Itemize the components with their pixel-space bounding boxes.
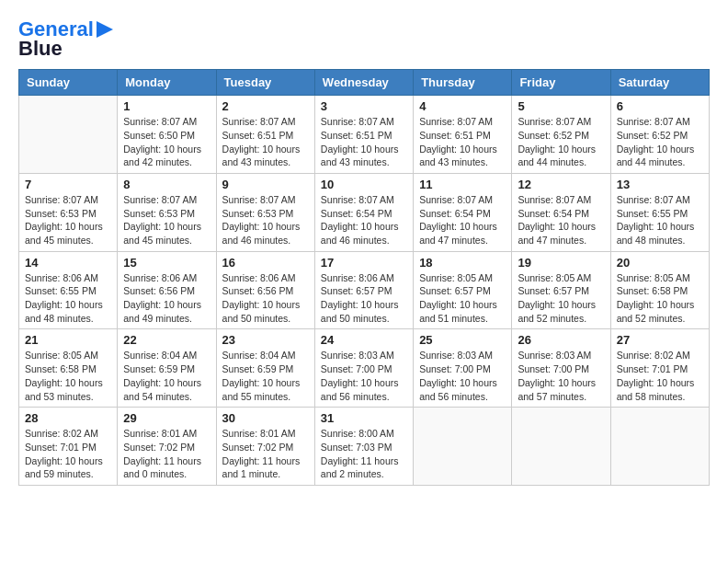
day-number: 27 — [617, 333, 703, 347]
calendar-cell: 12Sunrise: 8:07 AM Sunset: 6:54 PM Dayli… — [512, 173, 610, 251]
calendar-cell: 11Sunrise: 8:07 AM Sunset: 6:54 PM Dayli… — [414, 173, 512, 251]
calendar-cell: 6Sunrise: 8:07 AM Sunset: 6:52 PM Daylig… — [610, 96, 709, 174]
calendar-cell: 1Sunrise: 8:07 AM Sunset: 6:50 PM Daylig… — [118, 96, 216, 174]
day-number: 7 — [25, 178, 111, 191]
calendar-cell — [414, 408, 512, 486]
day-info: Sunrise: 8:05 AM Sunset: 6:57 PM Dayligh… — [518, 271, 604, 326]
day-info: Sunrise: 8:06 AM Sunset: 6:55 PM Dayligh… — [25, 271, 111, 326]
calendar-week-row: 7Sunrise: 8:07 AM Sunset: 6:53 PM Daylig… — [19, 173, 710, 251]
day-number: 9 — [222, 178, 309, 191]
day-info: Sunrise: 8:07 AM Sunset: 6:51 PM Dayligh… — [419, 115, 506, 169]
day-number: 2 — [222, 99, 309, 113]
calendar-cell: 23Sunrise: 8:04 AM Sunset: 6:59 PM Dayli… — [216, 329, 314, 408]
day-number: 14 — [25, 256, 111, 270]
calendar-cell: 22Sunrise: 8:04 AM Sunset: 6:59 PM Dayli… — [118, 329, 216, 408]
logo-arrow-icon — [97, 21, 113, 38]
calendar-cell: 19Sunrise: 8:05 AM Sunset: 6:57 PM Dayli… — [512, 251, 610, 329]
day-info: Sunrise: 8:07 AM Sunset: 6:50 PM Dayligh… — [123, 115, 210, 169]
day-info: Sunrise: 8:01 AM Sunset: 7:02 PM Dayligh… — [222, 427, 309, 481]
day-number: 19 — [518, 256, 604, 270]
day-number: 29 — [123, 411, 210, 425]
calendar-cell: 31Sunrise: 8:00 AM Sunset: 7:03 PM Dayli… — [314, 408, 413, 486]
day-number: 8 — [123, 178, 210, 191]
calendar-body: 1Sunrise: 8:07 AM Sunset: 6:50 PM Daylig… — [19, 96, 710, 486]
calendar-cell: 7Sunrise: 8:07 AM Sunset: 6:53 PM Daylig… — [19, 173, 118, 251]
day-number: 10 — [321, 178, 407, 191]
weekday-header-row: SundayMondayTuesdayWednesdayThursdayFrid… — [19, 70, 710, 96]
day-info: Sunrise: 8:03 AM Sunset: 7:00 PM Dayligh… — [419, 349, 506, 403]
calendar-cell: 15Sunrise: 8:06 AM Sunset: 6:56 PM Dayli… — [118, 251, 216, 329]
logo: General Blue — [18, 18, 113, 60]
day-info: Sunrise: 8:03 AM Sunset: 7:00 PM Dayligh… — [518, 349, 604, 403]
calendar-cell — [19, 96, 118, 174]
calendar-cell: 14Sunrise: 8:06 AM Sunset: 6:55 PM Dayli… — [19, 251, 118, 329]
day-info: Sunrise: 8:07 AM Sunset: 6:53 PM Dayligh… — [222, 193, 309, 247]
day-info: Sunrise: 8:06 AM Sunset: 6:57 PM Dayligh… — [321, 271, 407, 326]
calendar-cell: 21Sunrise: 8:05 AM Sunset: 6:58 PM Dayli… — [19, 329, 118, 408]
day-number: 3 — [321, 99, 407, 113]
day-number: 24 — [321, 333, 407, 347]
calendar-week-row: 1Sunrise: 8:07 AM Sunset: 6:50 PM Daylig… — [19, 96, 710, 174]
calendar-header: SundayMondayTuesdayWednesdayThursdayFrid… — [19, 70, 710, 96]
day-info: Sunrise: 8:04 AM Sunset: 6:59 PM Dayligh… — [222, 349, 309, 403]
day-info: Sunrise: 8:07 AM Sunset: 6:53 PM Dayligh… — [123, 193, 210, 247]
day-number: 12 — [518, 178, 604, 191]
weekday-friday: Friday — [512, 70, 610, 96]
weekday-tuesday: Tuesday — [216, 70, 314, 96]
day-info: Sunrise: 8:07 AM Sunset: 6:54 PM Dayligh… — [321, 193, 407, 247]
day-info: Sunrise: 8:00 AM Sunset: 7:03 PM Dayligh… — [321, 427, 407, 481]
calendar-week-row: 21Sunrise: 8:05 AM Sunset: 6:58 PM Dayli… — [19, 329, 710, 408]
calendar-cell: 4Sunrise: 8:07 AM Sunset: 6:51 PM Daylig… — [414, 96, 512, 174]
day-number: 18 — [419, 256, 506, 270]
day-info: Sunrise: 8:05 AM Sunset: 6:57 PM Dayligh… — [419, 271, 506, 326]
weekday-thursday: Thursday — [414, 70, 512, 96]
day-info: Sunrise: 8:07 AM Sunset: 6:51 PM Dayligh… — [222, 115, 309, 169]
calendar-cell: 3Sunrise: 8:07 AM Sunset: 6:51 PM Daylig… — [314, 96, 413, 174]
day-info: Sunrise: 8:07 AM Sunset: 6:53 PM Dayligh… — [25, 193, 111, 247]
day-number: 21 — [25, 333, 111, 347]
calendar-cell: 5Sunrise: 8:07 AM Sunset: 6:52 PM Daylig… — [512, 96, 610, 174]
day-number: 23 — [222, 333, 309, 347]
day-info: Sunrise: 8:01 AM Sunset: 7:02 PM Dayligh… — [123, 427, 210, 481]
day-info: Sunrise: 8:06 AM Sunset: 6:56 PM Dayligh… — [123, 271, 210, 326]
logo-text-blue: Blue — [18, 38, 63, 60]
day-number: 28 — [25, 411, 111, 425]
weekday-wednesday: Wednesday — [314, 70, 413, 96]
calendar-cell: 29Sunrise: 8:01 AM Sunset: 7:02 PM Dayli… — [118, 408, 216, 486]
day-info: Sunrise: 8:07 AM Sunset: 6:54 PM Dayligh… — [518, 193, 604, 247]
calendar-cell: 13Sunrise: 8:07 AM Sunset: 6:55 PM Dayli… — [610, 173, 709, 251]
day-info: Sunrise: 8:03 AM Sunset: 7:00 PM Dayligh… — [321, 349, 407, 403]
day-number: 15 — [123, 256, 210, 270]
day-info: Sunrise: 8:07 AM Sunset: 6:52 PM Dayligh… — [518, 115, 604, 169]
day-info: Sunrise: 8:02 AM Sunset: 7:01 PM Dayligh… — [25, 427, 111, 481]
day-number: 5 — [518, 99, 604, 113]
calendar-cell: 24Sunrise: 8:03 AM Sunset: 7:00 PM Dayli… — [314, 329, 413, 408]
weekday-saturday: Saturday — [610, 70, 709, 96]
day-info: Sunrise: 8:04 AM Sunset: 6:59 PM Dayligh… — [123, 349, 210, 403]
calendar-cell: 8Sunrise: 8:07 AM Sunset: 6:53 PM Daylig… — [118, 173, 216, 251]
day-info: Sunrise: 8:05 AM Sunset: 6:58 PM Dayligh… — [617, 271, 703, 326]
day-number: 1 — [123, 99, 210, 113]
day-number: 30 — [222, 411, 309, 425]
day-info: Sunrise: 8:06 AM Sunset: 6:56 PM Dayligh… — [222, 271, 309, 326]
day-info: Sunrise: 8:07 AM Sunset: 6:52 PM Dayligh… — [617, 115, 703, 169]
day-number: 4 — [419, 99, 506, 113]
day-number: 17 — [321, 256, 407, 270]
calendar-cell — [512, 408, 610, 486]
page-header: General Blue — [18, 18, 710, 60]
calendar-cell — [610, 408, 709, 486]
calendar-cell: 27Sunrise: 8:02 AM Sunset: 7:01 PM Dayli… — [610, 329, 709, 408]
day-number: 16 — [222, 256, 309, 270]
calendar-cell: 20Sunrise: 8:05 AM Sunset: 6:58 PM Dayli… — [610, 251, 709, 329]
day-info: Sunrise: 8:02 AM Sunset: 7:01 PM Dayligh… — [617, 349, 703, 403]
svg-marker-0 — [97, 21, 113, 38]
weekday-monday: Monday — [118, 70, 216, 96]
day-info: Sunrise: 8:07 AM Sunset: 6:55 PM Dayligh… — [617, 193, 703, 247]
day-number: 20 — [617, 256, 703, 270]
day-number: 13 — [617, 178, 703, 191]
calendar-cell: 17Sunrise: 8:06 AM Sunset: 6:57 PM Dayli… — [314, 251, 413, 329]
calendar-cell: 26Sunrise: 8:03 AM Sunset: 7:00 PM Dayli… — [512, 329, 610, 408]
day-info: Sunrise: 8:07 AM Sunset: 6:51 PM Dayligh… — [321, 115, 407, 169]
day-number: 25 — [419, 333, 506, 347]
weekday-sunday: Sunday — [19, 70, 118, 96]
